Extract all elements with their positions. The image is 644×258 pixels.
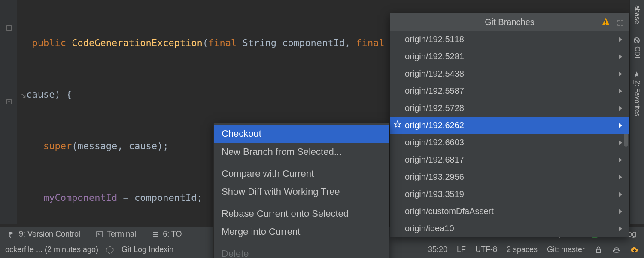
git-branches-title: Git Branches [390, 13, 629, 31]
status-line-ending[interactable]: LF [457, 245, 466, 254]
branch-label: origin/192.6603 [405, 138, 464, 147]
tool-terminal[interactable]: Terminal [88, 227, 144, 241]
branch-label: origin/192.5587 [405, 86, 464, 96]
status-commit-info: ockerfile ... (2 minutes ago) [5, 245, 98, 254]
branch-item[interactable]: origin/customDfaAssert [390, 203, 629, 220]
star-outline-icon [394, 120, 401, 130]
tab-database[interactable]: abase [632, 3, 643, 27]
branch-item[interactable]: origin/192.6603 [390, 134, 629, 151]
svg-line-6 [635, 38, 639, 43]
spinner-icon [106, 246, 114, 254]
status-indent[interactable]: 2 spaces [507, 245, 538, 254]
svg-marker-7 [634, 71, 640, 77]
svg-marker-26 [619, 106, 622, 111]
menu-separator [214, 203, 389, 203]
svg-marker-40 [619, 226, 622, 231]
branch-label: origin/192.5438 [405, 69, 464, 79]
svg-marker-34 [619, 175, 622, 180]
svg-point-13 [613, 250, 620, 252]
submenu-arrow-icon [619, 138, 623, 147]
context-menu-item[interactable]: Compare with Current [214, 165, 389, 183]
branch-item[interactable]: origin/192.6262 [390, 117, 629, 134]
submenu-arrow-icon [619, 206, 623, 216]
branch-item[interactable]: origin/193.3519 [390, 185, 629, 203]
branch-label: origin/192.6262 [405, 120, 464, 130]
svg-marker-20 [619, 54, 622, 59]
branch-label: origin/193.2956 [405, 172, 464, 182]
tool-todo[interactable]: 6: TO [144, 227, 189, 241]
tab-cdi[interactable]: CDI [632, 34, 643, 61]
right-tool-tabs: abase CDI 2: Favorites [629, 0, 644, 224]
tool-version-control[interactable]: 9: Version Control [0, 227, 88, 241]
tool-version-control-label: 9: Version Control [19, 230, 80, 239]
context-menu-item[interactable]: Merge into Current [214, 223, 389, 241]
context-menu-item[interactable]: Checkout [214, 125, 389, 143]
submenu-arrow-icon [619, 224, 623, 233]
menu-separator [214, 163, 389, 163]
context-menu-item: Delete [214, 245, 389, 258]
svg-marker-22 [619, 71, 622, 77]
tool-todo-label: 6: TO [163, 230, 182, 239]
submenu-arrow-icon [619, 172, 623, 182]
terminal-icon [96, 230, 103, 238]
editor-gutter [0, 0, 17, 224]
svg-marker-32 [619, 157, 622, 163]
tool-terminal-label: Terminal [107, 230, 136, 239]
menu-separator [214, 243, 389, 243]
git-branches-popup: Git Branches origin/192.5118origin/192.5… [390, 13, 629, 237]
submenu-arrow-icon [619, 52, 623, 61]
lock-icon[interactable] [594, 246, 603, 254]
status-cursor[interactable]: 35:20 [428, 245, 447, 254]
svg-marker-28 [619, 123, 622, 128]
inspector-icon[interactable] [612, 246, 621, 254]
tab-cdi-label: CDI [633, 46, 641, 58]
svg-marker-30 [619, 140, 622, 145]
branch-item[interactable]: origin/idea10 [390, 220, 629, 237]
status-encoding[interactable]: UTF-8 [475, 245, 497, 254]
submenu-arrow-icon [619, 86, 623, 96]
fold-expand-icon[interactable] [6, 99, 12, 105]
submenu-arrow-icon [619, 120, 623, 130]
branch-item[interactable]: origin/192.6817 [390, 151, 629, 168]
status-indexing: Git Log Indexin [122, 245, 173, 254]
branch-label: origin/idea10 [405, 224, 454, 233]
tab-database-label: abase [633, 5, 641, 24]
svg-marker-38 [619, 209, 622, 214]
branch-item[interactable]: origin/193.2956 [390, 168, 629, 185]
update-available-icon[interactable] [630, 246, 639, 254]
star-icon [634, 71, 641, 78]
wrap-continuation-icon: ↘ [21, 89, 26, 100]
tab-favorites[interactable]: 2: Favorites [632, 68, 643, 119]
branch-label: origin/192.5281 [405, 52, 464, 61]
svg-marker-18 [619, 37, 622, 42]
status-git-branch[interactable]: Git: master [547, 245, 585, 254]
branch-item[interactable]: origin/192.5438 [390, 65, 629, 82]
expand-icon[interactable] [617, 18, 624, 28]
cdi-icon [634, 37, 641, 44]
submenu-arrow-icon [619, 69, 623, 79]
branch-label: origin/192.5728 [405, 103, 464, 113]
branch-list[interactable]: origin/192.5118origin/192.5281origin/192… [390, 31, 629, 237]
branch-item[interactable]: origin/192.5587 [390, 82, 629, 99]
branch-label: origin/customDfaAssert [405, 206, 494, 216]
submenu-arrow-icon [619, 189, 623, 199]
svg-marker-27 [394, 121, 401, 127]
submenu-arrow-icon [619, 34, 623, 44]
branch-label: origin/192.5118 [405, 34, 464, 44]
branch-item[interactable]: origin/192.5728 [390, 99, 629, 117]
context-menu-item[interactable]: Show Diff with Working Tree [214, 183, 389, 201]
svg-marker-36 [619, 192, 622, 197]
branch-context-menu: CheckoutNew Branch from Selected...Compa… [213, 123, 389, 258]
branch-item[interactable]: origin/192.5118 [390, 31, 629, 48]
svg-marker-24 [619, 89, 622, 94]
submenu-arrow-icon [619, 155, 623, 165]
git-branches-title-text: Git Branches [485, 17, 535, 27]
context-menu-item[interactable]: Rebase Current onto Selected [214, 205, 389, 223]
svg-rect-16 [605, 24, 606, 25]
warning-icon[interactable] [601, 18, 610, 28]
branch-item[interactable]: origin/192.5281 [390, 48, 629, 65]
list-icon [152, 230, 159, 238]
fold-toggle-icon[interactable] [6, 25, 12, 31]
branch-icon [8, 230, 15, 238]
context-menu-item[interactable]: New Branch from Selected... [214, 143, 389, 161]
